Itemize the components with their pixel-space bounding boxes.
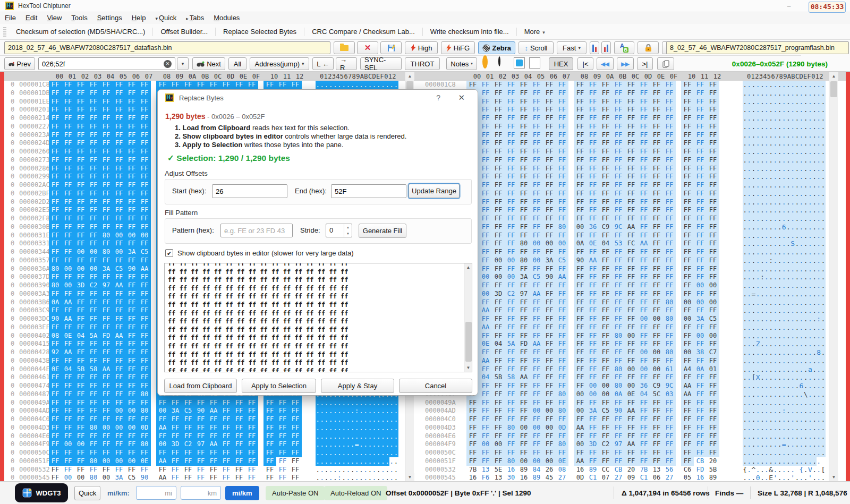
ascii-cell[interactable]: . [782,424,786,432]
ascii-cell[interactable]: . [372,449,376,457]
byte-cell[interactable]: FF [194,424,207,432]
ascii-cell[interactable]: . [747,399,751,407]
byte-cell[interactable]: FF [289,474,302,481]
byte-cell[interactable]: FF [466,407,479,415]
ascii-cell[interactable]: . [773,257,777,265]
ascii-cell[interactable]: . [773,106,777,114]
byte-cell[interactable]: FF [530,373,543,382]
ascii-cell[interactable]: . [346,407,350,415]
ascii-cell[interactable]: . [743,165,747,173]
ascii-cell[interactable]: . [329,399,333,407]
byte-cell[interactable]: FF [650,139,663,148]
byte-cell[interactable]: FF [530,248,543,257]
ascii-cell[interactable]: . [756,232,760,240]
byte-cell[interactable]: FF [517,306,530,315]
command-2[interactable]: Offset Builder... [155,25,213,38]
byte-cell[interactable]: FF [694,449,707,457]
ascii-cell[interactable]: . [743,281,747,290]
byte-cell[interactable]: FF [87,190,100,198]
ascii-cell[interactable]: . [751,198,755,207]
ascii-cell[interactable]: . [795,415,799,424]
ascii-cell[interactable]: . [751,298,755,307]
ascii-cell[interactable]: . [795,257,799,265]
ascii-cell[interactable]: . [778,365,782,374]
byte-cell[interactable]: FF [543,432,556,441]
byte-cell[interactable]: FF [138,340,151,348]
byte-cell[interactable]: FF [138,198,151,207]
byte-cell[interactable]: FF [586,139,599,148]
byte-cell[interactable]: FF [517,298,530,307]
ascii-cell[interactable]: . [817,190,821,198]
ascii-cell[interactable]: . [817,173,821,181]
ascii-cell[interactable]: . [329,407,333,415]
byte-cell[interactable]: FF [638,332,650,340]
ascii-cell[interactable]: . [817,265,821,274]
ascii-cell[interactable]: . [795,332,799,340]
byte-cell[interactable]: FF [138,190,151,198]
ascii-cell[interactable]: . [760,407,764,415]
byte-cell[interactable]: FF [574,290,586,298]
ascii-cell[interactable]: . [743,399,747,407]
byte-cell[interactable]: FF [599,373,612,382]
ascii-cell[interactable]: . [812,223,817,232]
ascii-cell[interactable]: . [773,373,777,382]
byte-cell[interactable]: FF [650,407,663,415]
ascii-cell[interactable]: . [795,106,799,114]
ascii-cell[interactable]: . [773,139,777,148]
ascii-cell[interactable]: . [769,315,773,323]
ascii-cell[interactable]: . [778,382,782,390]
ascii-cell[interactable]: . [760,181,764,190]
ascii-cell[interactable]: . [778,323,782,332]
byte-cell[interactable]: FF [612,114,625,123]
ascii-cell[interactable]: . [773,340,777,348]
ascii-cell[interactable]: . [790,382,795,390]
ascii-cell[interactable]: . [337,449,342,457]
byte-cell[interactable]: FF [612,165,625,173]
notes-dropdown[interactable]: Notes▾ [446,57,477,70]
ascii-cell[interactable]: . [769,415,773,424]
ascii-cell[interactable]: . [769,340,773,348]
ascii-cell[interactable]: . [394,474,398,481]
byte-cell[interactable]: FF [100,98,113,106]
byte-cell[interactable]: FF [49,273,62,281]
byte-cell[interactable]: FF [694,265,707,274]
byte-cell[interactable]: FF [543,449,556,457]
byte-cell[interactable]: FF [681,323,694,332]
byte-cell[interactable]: FF [574,273,586,281]
load-from-clipboard-button[interactable]: Load from Clipboard [164,379,237,393]
ascii-cell[interactable]: . [782,457,786,466]
byte-cell[interactable]: FF [574,232,586,240]
byte-cell[interactable]: FF [650,156,663,165]
byte-cell[interactable]: FF [87,415,100,424]
byte-cell[interactable]: 04 [479,373,492,382]
byte-cell[interactable]: FF [49,340,62,348]
byte-cell[interactable]: FF [694,390,707,399]
byte-cell[interactable]: 80 [663,315,676,323]
ascii-cell[interactable]: ' [808,474,812,481]
byte-cell[interactable]: FF [694,223,707,232]
byte-cell[interactable]: FF [138,298,151,307]
byte-cell[interactable]: AA [479,357,492,365]
ascii-cell[interactable]: . [743,240,747,248]
byte-cell[interactable]: FD [694,466,707,474]
ascii-cell[interactable]: [ [821,466,825,474]
byte-cell[interactable]: 00 [74,248,87,257]
byte-cell[interactable]: FF [694,148,707,156]
byte-cell[interactable]: FF [100,432,113,441]
byte-cell[interactable]: FF [543,198,556,207]
byte-cell[interactable]: FF [707,390,719,399]
byte-cell[interactable]: FF [530,223,543,232]
byte-cell[interactable]: FF [599,399,612,407]
byte-cell[interactable]: FF [663,190,676,198]
ascii-cell[interactable]: . [786,306,790,315]
byte-cell[interactable]: FF [707,415,719,424]
ascii-cell[interactable]: . [760,240,764,248]
byte-cell[interactable]: FF [556,323,568,332]
ascii-cell[interactable]: . [821,81,825,89]
ascii-cell[interactable]: . [747,365,751,374]
byte-cell[interactable]: FF [543,190,556,198]
byte-cell[interactable]: FF [650,290,663,298]
byte-cell[interactable]: FF [138,206,151,215]
ascii-cell[interactable]: . [372,81,376,89]
byte-cell[interactable]: FF [707,173,719,181]
